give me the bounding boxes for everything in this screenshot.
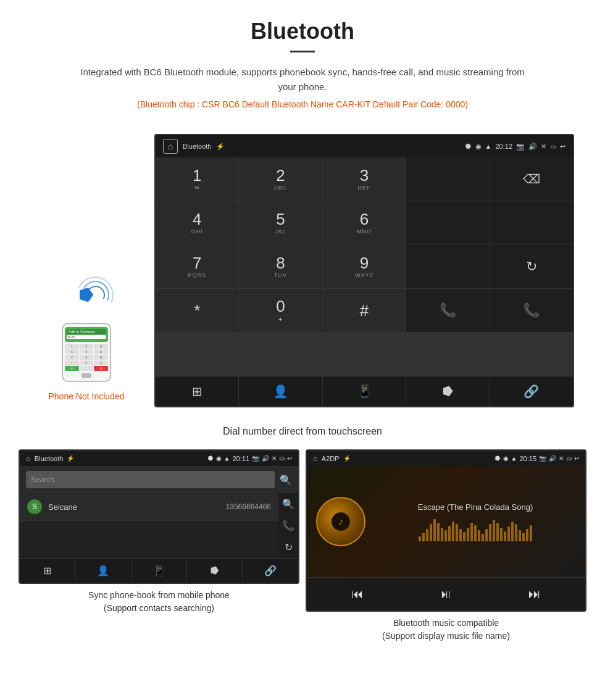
home-button[interactable]: ⌂ (163, 139, 178, 154)
phone-key[interactable]: 5 (80, 349, 94, 354)
dial-key-9[interactable]: 9 WXYZ (323, 245, 406, 288)
pb-search-side-icon[interactable]: 🔍 (282, 498, 294, 510)
call-icon: 📞 (440, 302, 456, 319)
dial-key-6[interactable]: 6 MNO (323, 201, 406, 244)
a2dp-status-right: ⭓ ◉ ▲ 20:15 📷 🔊 ✕ ▭ ↩ (495, 455, 579, 462)
dialpad-toolbar-btn[interactable]: ⊞ (156, 377, 239, 406)
bluetooth-icon-status: ⭓ (465, 143, 472, 151)
play-pause-button[interactable]: ⏯ (430, 584, 461, 604)
pb-grid-btn[interactable]: ⊞ (20, 559, 75, 583)
dial-end-btn[interactable]: 📞 (490, 289, 573, 332)
dial-sub-6: MNO (357, 228, 372, 235)
dial-caption: Dial number direct from touchscreen (0, 420, 605, 449)
back-icon[interactable]: ↩ (560, 143, 565, 151)
phonebook-caption-line1: Sync phone-book from mobile phone (88, 590, 230, 600)
dial-sub-4: GHI (191, 228, 203, 235)
bluetooth-specs: (Bluetooth chip : CSR BC6 Default Blueto… (12, 99, 593, 109)
dial-number-3: 3 (360, 167, 369, 183)
dial-key-5[interactable]: 5 JKL (239, 201, 322, 244)
pb-contacts-btn[interactable]: 👤 (75, 559, 131, 583)
phone-key[interactable]: 8 (80, 355, 94, 360)
search-icon[interactable]: 🔍 (280, 474, 292, 486)
window-icon: ▭ (550, 143, 556, 151)
phone-key[interactable]: 0 (80, 360, 94, 365)
dial-key-4[interactable]: 4 GHI (156, 201, 238, 244)
phone-image-container: ⭓ Add to Contacts M:20 1 2 3 4 5 6 7 (31, 134, 142, 407)
vis-bar (422, 533, 425, 541)
phone-key[interactable]: 6 (94, 349, 108, 354)
calls-toolbar-btn[interactable]: 📱 (323, 377, 406, 406)
dial-key-star[interactable]: * (156, 289, 238, 332)
pb-refresh-side-icon[interactable]: ↻ (285, 541, 293, 553)
vis-bar (463, 532, 465, 541)
dial-status-bar: ⌂ Bluetooth ⚡ ⭓ ◉ ▲ 20:12 📷 🔊 ✕ ▭ ↩ (156, 135, 573, 157)
phone-key[interactable]: # (94, 360, 108, 365)
phone-key[interactable]: 7 (65, 355, 79, 360)
phone-key[interactable]: * (65, 360, 79, 365)
dial-key-hash[interactable]: # (323, 289, 406, 332)
time-display: 20:12 (495, 143, 512, 150)
phone-end-key[interactable]: ✆ (94, 366, 108, 371)
contacts-toolbar-btn[interactable]: 👤 (239, 377, 322, 406)
phone-key[interactable]: 4 (65, 349, 79, 354)
prev-track-button[interactable]: ⏮ (342, 584, 373, 604)
vis-bar (441, 528, 443, 541)
vis-bar (493, 520, 495, 541)
dial-key-1[interactable]: 1 ✉ (156, 157, 238, 201)
pb-search-input[interactable]: Search (26, 471, 275, 488)
phone-call-key[interactable]: ✆ (65, 366, 79, 371)
vis-bar (530, 525, 532, 541)
settings-toolbar-btn[interactable]: 🔗 (490, 377, 573, 406)
pb-bt-btn[interactable]: ⭓ (187, 559, 243, 583)
dial-key-2[interactable]: 2 ABC (239, 157, 322, 201)
vis-bar (470, 523, 473, 541)
dial-number-7: 7 (193, 255, 201, 271)
a2dp-time: 20:15 (519, 455, 536, 462)
dial-key-7[interactable]: 7 PQRS (156, 245, 238, 288)
phone-key[interactable]: 2 (80, 344, 94, 349)
close-icon: ✕ (541, 143, 546, 151)
a2dp-home-icon[interactable]: ⌂ (313, 454, 318, 463)
a2dp-caption-line2: (Support display music file name) (382, 631, 510, 641)
phone-not-included-label: Phone Not Included (49, 391, 125, 401)
end-call-icon: 📞 (523, 302, 540, 319)
vis-bar (430, 524, 432, 541)
pb-call-side-icon[interactable]: 📞 (282, 520, 294, 531)
pb-wifi-icon: ▲ (224, 455, 230, 462)
pb-toolbar: ⊞ 👤 📱 ⭓ 🔗 (20, 558, 298, 583)
phone-key[interactable]: 3 (94, 344, 108, 349)
vis-bar (522, 533, 525, 541)
phone-home-button[interactable] (81, 373, 91, 378)
dial-number-star: * (194, 302, 200, 319)
dial-key-0[interactable]: 0 + (239, 289, 322, 332)
status-left: ⌂ Bluetooth ⚡ (163, 139, 225, 154)
dial-refresh[interactable]: ↻ (490, 245, 573, 288)
phone-key[interactable]: 1 (65, 344, 79, 349)
vis-bar (496, 523, 499, 541)
pb-link-btn[interactable]: 🔗 (243, 559, 298, 583)
vis-bar (419, 536, 421, 541)
pb-calls-btn[interactable]: 📱 (131, 559, 187, 583)
dial-sub-1: ✉ (194, 185, 200, 191)
a2dp-back-icon[interactable]: ↩ (574, 455, 579, 462)
vis-bar (452, 522, 454, 541)
pb-home-icon[interactable]: ⌂ (26, 454, 31, 463)
dial-backspace[interactable]: ⌫ (490, 157, 573, 201)
bottom-section: ⌂ Bluetooth ⚡ ⭓ ◉ ▲ 20:11 📷 🔊 ✕ ▭ ↩ (0, 449, 605, 657)
camera-icon: 📷 (516, 143, 525, 151)
bluetooth-toolbar-btn[interactable]: ⭓ (406, 377, 490, 406)
phone-key[interactable]: 9 (94, 355, 108, 360)
dial-call-btn[interactable]: 📞 (406, 289, 489, 332)
vis-bar (485, 529, 488, 541)
phone-body: Add to Contacts M:20 1 2 3 4 5 6 7 8 9 *… (62, 323, 111, 382)
pb-back-icon[interactable]: ↩ (287, 455, 292, 462)
dial-key-3[interactable]: 3 DEF (323, 157, 406, 201)
vis-bar (448, 526, 451, 541)
dial-key-8[interactable]: 8 TUV (239, 245, 322, 288)
a2dp-location-icon: ◉ (503, 455, 509, 462)
pb-contact-avatar: S (27, 499, 42, 514)
next-track-button[interactable]: ⏭ (519, 584, 550, 604)
phone-key[interactable] (80, 366, 94, 371)
pb-contact-row[interactable]: S Seicane 13566664466 (20, 493, 278, 521)
phone-keypad: 1 2 3 4 5 6 7 8 9 * 0 # ✆ ✆ (65, 344, 108, 371)
